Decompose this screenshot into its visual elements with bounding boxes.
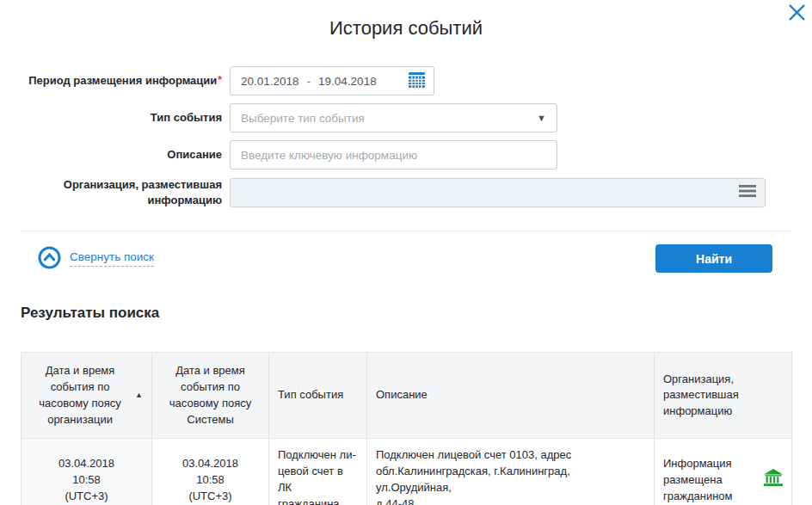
results-table: Дата и время события по часовому поясу о… [21, 352, 792, 505]
required-asterisk: * [218, 74, 222, 86]
close-icon [787, 3, 807, 25]
period-dash: - [307, 75, 311, 88]
description-label: Описание [0, 147, 222, 163]
period-to-value: 19.04.2018 [318, 75, 377, 88]
event-type-label: Тип события [0, 110, 222, 126]
table-row: 03.04.2018 10:58 (UTC+3) 03.04.2018 10:5… [22, 439, 792, 505]
cell-event-type: Подключен ли- цевой счет в ЛК гражданина [269, 439, 367, 505]
organization-label: Организация, разместившая информацию [0, 177, 222, 207]
column-header-sys-time[interactable]: Дата и время события по часовому поясу С… [152, 353, 269, 439]
form-divider [21, 231, 791, 231]
event-type-select[interactable]: Выберите тип события ▼ [230, 103, 557, 132]
find-button[interactable]: Найти [655, 244, 772, 273]
column-header-event-type[interactable]: Тип события [269, 353, 367, 439]
table-header-row: Дата и время события по часовому поясу о… [22, 353, 792, 439]
chevron-down-icon: ▼ [537, 114, 546, 123]
cell-organization-text: Информация размещена гражданином [663, 456, 733, 505]
bank-building-icon [764, 469, 783, 491]
actions-row: Свернуть поиск Найти [38, 244, 772, 273]
cell-org-time: 03.04.2018 10:58 (UTC+3) [22, 439, 152, 505]
period-from-value: 20.01.2018 [241, 75, 299, 88]
period-range-input[interactable]: 20.01.2018 - 19.04.2018 [230, 66, 434, 95]
period-label: Период размещения информации* [0, 73, 222, 89]
calendar-icon[interactable] [409, 72, 425, 90]
event-type-placeholder: Выберите тип события [241, 112, 365, 125]
column-header-org-time[interactable]: Дата и время события по часовому поясу о… [22, 353, 152, 439]
cell-description: Подключен лицевой счет 0103, адрес обл.К… [367, 439, 655, 505]
page-title: История событий [0, 17, 812, 40]
collapse-search-label: Свернуть поиск [70, 250, 154, 267]
chevron-up-circle-icon [38, 246, 61, 272]
organization-picker-field[interactable] [230, 178, 766, 207]
form-row-period: Период размещения информации* 20.01.2018… [0, 66, 812, 95]
cell-sys-time: 03.04.2018 10:58 (UTC+3) [152, 439, 269, 505]
form-row-event-type: Тип события Выберите тип события ▼ [0, 103, 812, 132]
description-input[interactable] [230, 140, 557, 169]
sort-asc-icon: ▲ [135, 390, 143, 401]
search-form: Период размещения информации* 20.01.2018… [0, 66, 812, 207]
form-row-description: Описание [0, 140, 812, 169]
collapse-search-link[interactable]: Свернуть поиск [38, 246, 154, 272]
cell-organization: Информация размещена гражданином [655, 439, 792, 505]
form-row-organization: Организация, разместившая информацию [0, 177, 812, 207]
column-header-org-time-label: Дата и время события по часовому поясу о… [30, 363, 130, 428]
menu-icon[interactable] [739, 185, 756, 200]
column-header-organization[interactable]: Организация, разместившая информацию [655, 353, 792, 439]
results-heading: Результаты поиска [21, 305, 812, 322]
column-header-description[interactable]: Описание [367, 353, 655, 439]
close-button[interactable] [785, 3, 808, 25]
